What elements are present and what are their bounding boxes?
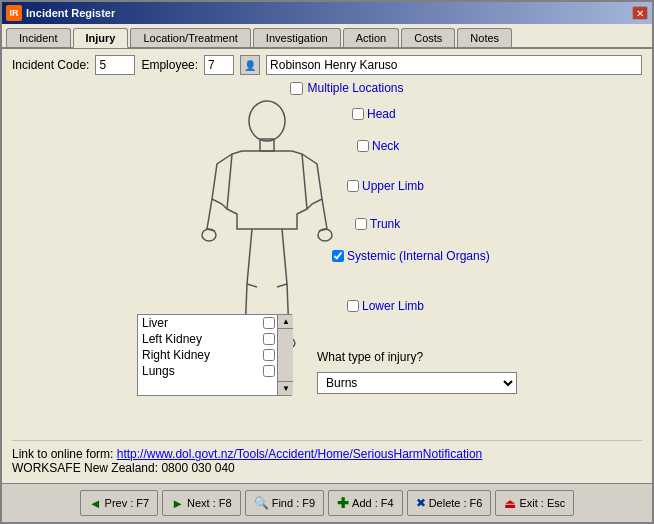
tab-costs[interactable]: Costs — [401, 28, 455, 47]
tab-action[interactable]: Action — [343, 28, 400, 47]
link-section: Link to online form: http://www.dol.govt… — [12, 440, 642, 477]
multiple-locations-label: Multiple Locations — [307, 81, 403, 95]
next-label: Next : F8 — [187, 497, 232, 509]
incident-code-label: Incident Code: — [12, 58, 89, 72]
content-area: Incident Code: Employee: 👤 Multiple Loca… — [2, 49, 652, 483]
bottom-bar: ◄ Prev : F7 ► Next : F8 🔍 Find : F9 ✚ Ad… — [2, 483, 652, 522]
exit-icon: ⏏ — [504, 496, 516, 511]
exit-label: Exit : Esc — [519, 497, 565, 509]
link-url[interactable]: http://www.dol.govt.nz/Tools/Accident/Ho… — [117, 447, 483, 461]
next-button[interactable]: ► Next : F8 — [162, 490, 241, 516]
prev-button[interactable]: ◄ Prev : F7 — [80, 490, 159, 516]
trunk-label-row[interactable]: Trunk — [355, 217, 400, 231]
injury-type-label: What type of injury? — [317, 350, 517, 364]
organ-liver-checkbox[interactable] — [263, 317, 275, 329]
organ-list-container: Liver Left Kidney Right Kidney — [137, 314, 292, 396]
employee-name-input[interactable] — [266, 55, 642, 75]
delete-button[interactable]: ✖ Delete : F6 — [407, 490, 492, 516]
employee-browse-button[interactable]: 👤 — [240, 55, 260, 75]
add-button[interactable]: ✚ Add : F4 — [328, 490, 403, 516]
organ-right-kidney-row[interactable]: Right Kidney — [138, 347, 293, 363]
close-button[interactable]: ✕ — [632, 6, 648, 20]
organ-right-kidney-checkbox[interactable] — [263, 349, 275, 361]
find-label: Find : F9 — [272, 497, 315, 509]
lower-limb-checkbox[interactable] — [347, 300, 359, 312]
add-label: Add : F4 — [352, 497, 394, 509]
tab-location[interactable]: Location/Treatment — [130, 28, 250, 47]
title-bar: IR Incident Register ✕ — [2, 2, 652, 24]
organ-lungs-checkbox[interactable] — [263, 365, 275, 377]
organ-lungs-row[interactable]: Lungs — [138, 363, 293, 379]
title-bar-left: IR Incident Register — [6, 5, 115, 21]
upper-limb-label-row[interactable]: Upper Limb — [347, 179, 424, 193]
neck-label-row[interactable]: Neck — [357, 139, 399, 153]
tab-injury[interactable]: Injury — [73, 28, 129, 48]
delete-label: Delete : F6 — [429, 497, 483, 509]
organ-left-kidney-checkbox[interactable] — [263, 333, 275, 345]
multiple-locations-checkbox[interactable] — [290, 82, 303, 95]
organ-liver-row[interactable]: Liver — [138, 315, 293, 331]
head-checkbox[interactable] — [352, 108, 364, 120]
tab-incident[interactable]: Incident — [6, 28, 71, 47]
scroll-track — [278, 329, 293, 381]
lower-limb-label-row[interactable]: Lower Limb — [347, 299, 424, 313]
body-area: Multiple Locations — [12, 81, 642, 436]
main-window: IR Incident Register ✕ Incident Injury L… — [0, 0, 654, 524]
employee-id-input[interactable] — [204, 55, 234, 75]
svg-point-3 — [318, 229, 332, 241]
trunk-checkbox[interactable] — [355, 218, 367, 230]
prev-label: Prev : F7 — [105, 497, 150, 509]
upper-limb-label: Upper Limb — [362, 179, 424, 193]
organ-list-scrollbar[interactable]: ▲ ▼ — [277, 315, 293, 395]
delete-icon: ✖ — [416, 496, 426, 510]
prev-icon: ◄ — [89, 496, 102, 511]
organ-left-kidney-label: Left Kidney — [142, 332, 202, 346]
injury-type-dropdown[interactable]: Burns Cut Fracture Sprain Bruise Other — [317, 372, 517, 394]
window-title: Incident Register — [26, 7, 115, 19]
link-row: Link to online form: http://www.dol.govt… — [12, 447, 642, 461]
exit-button[interactable]: ⏏ Exit : Esc — [495, 490, 574, 516]
tab-notes[interactable]: Notes — [457, 28, 512, 47]
svg-point-0 — [249, 101, 285, 141]
multiple-locations-row: Multiple Locations — [290, 81, 403, 95]
link-prefix: Link to online form: — [12, 447, 113, 461]
add-icon: ✚ — [337, 495, 349, 511]
head-label-row[interactable]: Head — [352, 107, 396, 121]
svg-point-2 — [202, 229, 216, 241]
organ-list: Liver Left Kidney Right Kidney — [138, 315, 293, 395]
trunk-label: Trunk — [370, 217, 400, 231]
tab-bar: Incident Injury Location/Treatment Inves… — [2, 24, 652, 49]
find-icon: 🔍 — [254, 496, 269, 510]
head-label: Head — [367, 107, 396, 121]
injury-type-container: What type of injury? Burns Cut Fracture … — [317, 350, 517, 394]
body-container: Head Neck Upper Limb Trunk — [137, 99, 517, 394]
neck-label: Neck — [372, 139, 399, 153]
incident-code-input[interactable] — [95, 55, 135, 75]
organ-liver-label: Liver — [142, 316, 168, 330]
organ-lungs-label: Lungs — [142, 364, 175, 378]
employee-label: Employee: — [141, 58, 198, 72]
systemic-label-row[interactable]: Systemic (Internal Organs) — [332, 249, 490, 263]
systemic-label: Systemic (Internal Organs) — [347, 249, 490, 263]
systemic-checkbox[interactable] — [332, 250, 344, 262]
main-area: Multiple Locations — [12, 81, 642, 436]
app-icon: IR — [6, 5, 22, 21]
scroll-up-button[interactable]: ▲ — [278, 315, 293, 329]
lower-limb-label: Lower Limb — [362, 299, 424, 313]
organ-left-kidney-row[interactable]: Left Kidney — [138, 331, 293, 347]
neck-checkbox[interactable] — [357, 140, 369, 152]
upper-limb-checkbox[interactable] — [347, 180, 359, 192]
next-icon: ► — [171, 496, 184, 511]
top-row: Incident Code: Employee: 👤 — [12, 55, 642, 75]
organ-right-kidney-label: Right Kidney — [142, 348, 210, 362]
tab-investigation[interactable]: Investigation — [253, 28, 341, 47]
find-button[interactable]: 🔍 Find : F9 — [245, 490, 324, 516]
worksafe-text: WORKSAFE New Zealand: 0800 030 040 — [12, 461, 642, 475]
scroll-down-button[interactable]: ▼ — [278, 381, 293, 395]
